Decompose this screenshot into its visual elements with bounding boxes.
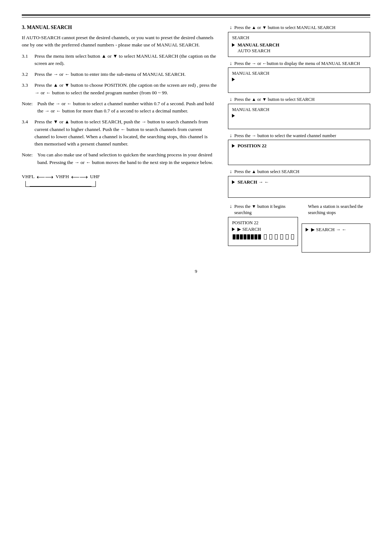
step-3-4-text: Press the ▼ or ▲ button to select SEARCH… bbox=[34, 118, 217, 148]
note-2-label: Note: bbox=[22, 151, 36, 166]
section-intro: If AUTO-SEARCH cannot preset the desired… bbox=[22, 34, 217, 49]
step-3-3-text: Press the ▲ or ▼ button to choose POSITI… bbox=[34, 82, 217, 97]
tri-right-3 bbox=[232, 114, 235, 118]
bottom-left-section: ↓ Press the ▼ button it begins searching… bbox=[228, 204, 298, 254]
right-column: ↓ Press the ▲ or ▼ button to select MANU… bbox=[228, 25, 370, 254]
step1-item-2-text: AUTO SEARCH bbox=[237, 48, 270, 54]
diagram-step4: ↓ Press the → button to select the wante… bbox=[228, 133, 370, 167]
vhfl-arrow: ⟵⟶ bbox=[37, 173, 53, 180]
bottom-left-label-text: Press the ▼ button it begins searching bbox=[234, 204, 298, 216]
step4-label-text: Press the → button to select the wanted … bbox=[234, 133, 336, 139]
diagram-step1: ↓ Press the ▲ or ▼ button to select MANU… bbox=[228, 25, 370, 58]
step1-box-title: SEARCH bbox=[232, 35, 366, 41]
vhf-row: VHFL ⟵⟶ VHFH ⟵⟶ UHF bbox=[22, 173, 217, 180]
vhfl-label: VHFL bbox=[22, 174, 34, 180]
step1-item-1-text: MANUAL SEARCH bbox=[237, 42, 279, 48]
bar-d2 bbox=[269, 234, 272, 239]
step3-menu-box: MANUAL SEARCH bbox=[228, 104, 370, 129]
bar-d6 bbox=[291, 234, 294, 239]
page-layout: 3. MANUAL SEARCH If AUTO-SEARCH cannot p… bbox=[22, 25, 370, 254]
left-column: 3. MANUAL SEARCH If AUTO-SEARCH cannot p… bbox=[22, 25, 217, 254]
step1-item-1: MANUAL SEARCH bbox=[232, 42, 366, 48]
step5-item-text: SEARCH → ← bbox=[237, 179, 269, 185]
step1-label-text: Press the ▲ or ▼ button to select MANUAL… bbox=[234, 25, 335, 31]
bottom-left-search: ▶ SEARCH bbox=[232, 226, 294, 232]
bar-s2 bbox=[236, 234, 239, 239]
bar-gap5 bbox=[284, 234, 285, 239]
tri-right-7 bbox=[306, 228, 309, 231]
bottom-left-search-text: ▶ SEARCH bbox=[237, 226, 261, 232]
bar-gap3 bbox=[273, 234, 274, 239]
bottom-right-box: ▶ SEARCH → ← bbox=[302, 223, 370, 253]
bottom-right-search: ▶ SEARCH → ← bbox=[306, 227, 366, 233]
bar-d3 bbox=[275, 234, 278, 239]
step2-menu-box: MANUAL SEARCH bbox=[228, 67, 370, 93]
note-2: Note: You can also make use of band sele… bbox=[22, 151, 217, 166]
tri-right-6 bbox=[232, 227, 235, 231]
bar-d4 bbox=[280, 234, 283, 239]
step-3-3: 3.3 Press the ▲ or ▼ button to choose PO… bbox=[22, 82, 217, 97]
step2-item-1 bbox=[232, 78, 366, 81]
diagram-step3: ↓ Press the ▲ or ▼ button to select SEAR… bbox=[228, 97, 370, 131]
step-3-3-num: 3.3 bbox=[22, 82, 33, 97]
down-arrow-3: ↓ bbox=[229, 97, 232, 102]
section-number: 3. bbox=[22, 25, 26, 30]
step5-label: ↓ Press the ▲ button select SEARCH bbox=[228, 169, 370, 175]
step3-item-1 bbox=[232, 114, 366, 118]
step4-label: ↓ Press the → button to select the wante… bbox=[228, 133, 370, 139]
bar-d1 bbox=[264, 234, 267, 239]
step-3-4: 3.4 Press the ▼ or ▲ button to select SE… bbox=[22, 118, 217, 148]
step5-label-text: Press the ▲ button select SEARCH bbox=[234, 169, 299, 175]
bar-d5 bbox=[286, 234, 289, 239]
progress-bar bbox=[233, 234, 294, 239]
bar-s3 bbox=[240, 234, 243, 239]
step1-menu-box: SEARCH MANUAL SEARCH AUTO SEARCH bbox=[228, 32, 370, 57]
section-title: 3. MANUAL SEARCH bbox=[22, 25, 217, 30]
bar-s7 bbox=[254, 234, 257, 239]
tri-right-5 bbox=[232, 180, 235, 184]
step2-label-text: Press the → or ←button to display the me… bbox=[234, 61, 360, 67]
diagram-step5: ↓ Press the ▲ button select SEARCH SEARC… bbox=[228, 169, 370, 199]
diagram-step2: ↓ Press the → or ←button to display the … bbox=[228, 61, 370, 95]
bottom-right-search-text: ▶ SEARCH → ← bbox=[311, 227, 346, 233]
down-arrow-5: ↓ bbox=[229, 169, 232, 174]
bar-gap6 bbox=[289, 234, 290, 239]
vhf-diagram: VHFL ⟵⟶ VHFH ⟵⟶ UHF bbox=[22, 173, 217, 187]
vhfh-label: VHFH bbox=[56, 174, 69, 180]
step2-label: ↓ Press the → or ←button to display the … bbox=[228, 61, 370, 67]
step-3-2-num: 3.2 bbox=[22, 71, 33, 78]
section-title-text: MANUAL SEARCH bbox=[27, 25, 72, 30]
bottom-right-label-text: When a station is searched the searching… bbox=[308, 204, 370, 216]
step-3-2: 3.2 Press the → or ← button to enter int… bbox=[22, 71, 217, 78]
bar-gap bbox=[262, 234, 263, 239]
down-arrow-2: ↓ bbox=[229, 61, 232, 66]
tri-right-1 bbox=[232, 43, 235, 47]
step4-item-1: POSITION 22 bbox=[232, 143, 366, 149]
step4-menu-box: POSITION 22 bbox=[228, 140, 370, 165]
step4-item-text: POSITION 22 bbox=[237, 143, 266, 149]
bar-gap2 bbox=[268, 234, 269, 239]
step5-item-1: SEARCH → ← bbox=[232, 179, 366, 185]
step1-label: ↓ Press the ▲ or ▼ button to select MANU… bbox=[228, 25, 370, 31]
step3-label: ↓ Press the ▲ or ▼ button to select SEAR… bbox=[228, 97, 370, 103]
bar-s1 bbox=[233, 234, 236, 239]
step1-item-2: AUTO SEARCH bbox=[232, 48, 366, 54]
tri-right-4 bbox=[232, 144, 235, 148]
vhfh-arrow: ⟵⟶ bbox=[71, 173, 88, 180]
note-1-label: Note: bbox=[22, 100, 36, 115]
step2-box-title: MANUAL SEARCH bbox=[232, 71, 366, 76]
note-1: Note: Push the → or ← button to select a… bbox=[22, 100, 217, 115]
bottom-right-section: ↓ When a station is searched the searchi… bbox=[302, 204, 370, 254]
down-arrow-1: ↓ bbox=[229, 25, 232, 30]
step-3-2-text: Press the → or ← button to enter into th… bbox=[34, 71, 217, 78]
bar-s4 bbox=[244, 234, 246, 239]
page-number: 9 bbox=[22, 268, 370, 274]
bottom-left-box-title: POSITION 22 bbox=[232, 220, 294, 226]
bottom-left-label: ↓ Press the ▼ button it begins searching bbox=[228, 204, 298, 216]
down-arrow-6: ↓ bbox=[229, 204, 232, 209]
bottom-right-label: ↓ When a station is searched the searchi… bbox=[302, 204, 370, 216]
step3-box-title: MANUAL SEARCH bbox=[232, 107, 366, 112]
step3-label-text: Press the ▲ or ▼ button to select SEARCH bbox=[234, 97, 314, 103]
down-arrow-4: ↓ bbox=[229, 133, 232, 138]
bar-s6 bbox=[251, 234, 254, 239]
